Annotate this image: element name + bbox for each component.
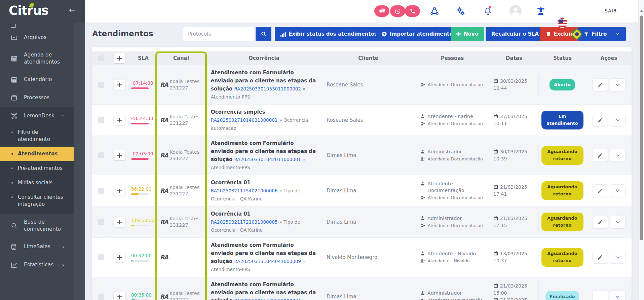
expand-row-button[interactable] [114,80,125,90]
occurrence-protocol-link[interactable]: RA202503211754021000006 [211,188,277,193]
page-scrollbar[interactable] [638,0,644,300]
person-plus-icon [420,157,425,161]
sidebar-item-base-de-conhecimento[interactable]: Base de conhecimento [0,214,74,238]
academy-button[interactable] [535,5,546,17]
whatsapp-icon [394,8,401,14]
expand-row-button[interactable] [114,252,125,262]
sidebar-item-estatisticas[interactable]: Estatísticas › [0,256,74,274]
sidebar-item-filtro-de-atendimento[interactable]: Filtro de atendimento [0,125,74,147]
select-all-checkbox[interactable] [98,55,104,61]
column-header-acoes[interactable]: Ações [586,55,632,61]
row-dropdown-button[interactable] [610,114,626,126]
row-checkbox[interactable] [98,152,104,158]
expand-row-button[interactable] [114,292,125,300]
status-badge: Aberto [550,79,575,91]
chat-icon [379,8,385,14]
phone-button[interactable] [405,5,420,17]
expand-row-button[interactable] [114,150,125,160]
column-header-ocorrencia[interactable]: Ocorrência [207,55,321,61]
sla-progress-bar [131,193,149,195]
filter-button[interactable]: Filtro [578,27,612,41]
row-checkbox[interactable] [98,117,104,123]
notifications-button[interactable] [482,5,493,17]
column-header-cliente[interactable]: Cliente [321,55,415,61]
sidebar-item-agenda[interactable]: Agenda de atendimentos [0,46,74,71]
expand-all-button[interactable] [114,53,125,63]
column-header-sla[interactable]: SLA [131,55,155,61]
chat-button[interactable] [374,5,389,17]
column-header-pessoas[interactable]: Pessoas [415,55,489,61]
expand-row-button[interactable] [114,186,125,196]
sidebar-item-calendario[interactable]: Calendário [0,71,74,89]
more-actions-button[interactable] [609,27,626,41]
expand-row-button[interactable] [114,115,125,125]
occurrence-protocol-link[interactable]: RA202503211509031000004 [234,298,301,300]
scroll-up-arrow-icon[interactable] [640,9,643,12]
sidebar-item-consultar-clientes-integracao[interactable]: Consultar clientes integração [0,190,74,212]
sla-value: -07:14:00 [131,80,153,86]
network-icon [430,6,439,16]
sidebar-item-processos[interactable]: Processos [0,89,74,107]
row-checkbox[interactable] [98,219,104,225]
sidebar-item-arquivos[interactable]: Arquivos [0,28,74,46]
column-header-datas[interactable]: Datas [489,55,539,61]
edit-button[interactable] [593,251,608,264]
pencil-icon [597,153,603,158]
row-checkbox[interactable] [98,188,104,194]
person-icon [420,251,425,256]
scrollbar-thumb[interactable] [640,15,643,240]
edit-button[interactable] [593,149,608,162]
person-icon [420,114,425,119]
row-dropdown-button[interactable] [610,78,626,91]
occurrence-protocol-link[interactable]: RA202503211721031000005 [211,219,277,225]
sidebar-item-atendimentos[interactable]: Atendimentos [0,147,74,161]
edit-button[interactable] [593,216,608,228]
occurrence-protocol-link[interactable]: RA202503131044041000009 [234,259,301,264]
occurrence-protocol-link[interactable]: RA202503301042011000001 [234,157,301,162]
row-dropdown-button[interactable] [610,216,626,228]
people-cell: AdministradorAtendente Documentação [415,277,489,300]
canal-label: Koala Testes 231227 [169,78,206,91]
row-dropdown-button[interactable] [610,149,626,162]
client-name: Roseane Sales [321,105,415,136]
edit-button[interactable] [593,184,608,197]
row-dropdown-button[interactable] [610,184,626,197]
column-header-canal[interactable]: Canal [155,55,207,61]
edit-button[interactable] [593,114,608,126]
logout-button[interactable]: SAIR [605,8,617,13]
occurrence-title: Ocorrencia simples [211,109,265,115]
calendar-icon [493,251,498,256]
date-value: 27/03/2025 10:11 [493,113,538,127]
graduation-student-icon [536,6,546,16]
row-dropdown-button[interactable] [610,251,626,264]
occurrence-protocol-link[interactable]: RA202503301053011000002 [234,86,301,91]
bell-icon [483,7,492,16]
occurrence-protocol-link[interactable]: RA202503271014031000001 [211,117,277,123]
sidebar-item-midias-sociais[interactable]: Mídias sociais [0,176,74,190]
edit-button[interactable] [593,290,608,300]
column-header-status[interactable]: Status [539,55,586,61]
citrus-logo: Citrus [9,3,48,18]
edit-button[interactable] [593,78,608,91]
show-status-button[interactable]: Exibir status dos atendimentos [275,27,383,41]
person-user-plus: Atendente Documentação [420,195,483,201]
sidebar-item-limesales[interactable]: LimeSales › [0,238,74,256]
sidebar-item-pre-atendimentos[interactable]: Pré-atendimentos [0,161,74,176]
recalculate-sla-button[interactable]: Recalcular o SLA [486,27,544,41]
search-input[interactable] [183,27,255,41]
row-checkbox[interactable] [98,254,104,260]
sidebar-collapse-arrow-icon[interactable]: ← [69,5,76,15]
search-button[interactable] [256,27,271,41]
row-checkbox[interactable] [98,82,104,88]
row-checkbox[interactable] [98,294,104,300]
row-dropdown-button[interactable] [610,290,626,300]
import-button[interactable]: Importar atendimento [376,27,459,41]
new-button[interactable]: Novo [451,27,484,41]
settings-button[interactable] [455,5,466,17]
avatar[interactable] [509,5,522,17]
whatsapp-button[interactable] [390,5,405,17]
integrations-button[interactable] [429,5,440,17]
phone-icon [410,8,416,14]
expand-row-button[interactable] [114,217,125,227]
sidebar-item-lemondesk[interactable]: LemonDesk [0,107,74,125]
